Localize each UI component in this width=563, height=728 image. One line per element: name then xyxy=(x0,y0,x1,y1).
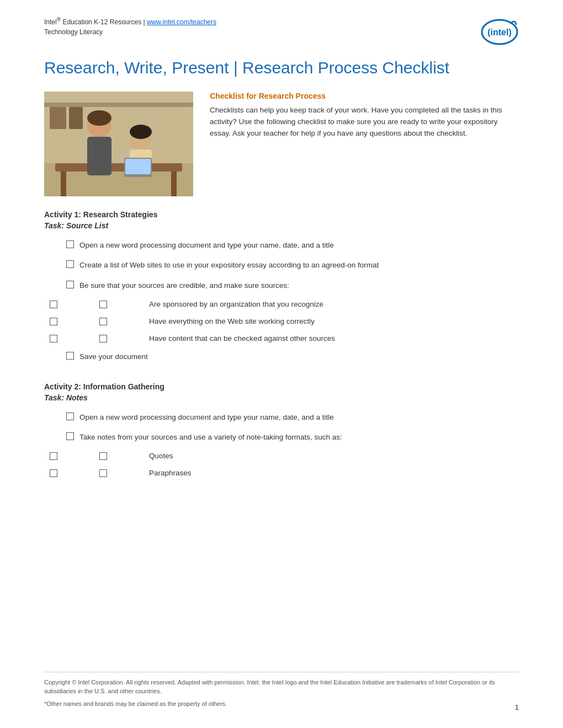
page-number: 1 xyxy=(515,703,519,711)
activity2-checklist: Open a new word processing document and … xyxy=(66,412,519,443)
a1-sub-item-3: Have content that can be checked against… xyxy=(44,334,519,342)
a1-item-text-2: Create a list of Web sites to use in you… xyxy=(79,260,379,271)
a1-sub-text-1: Are sponsored by an organization that yo… xyxy=(149,300,519,308)
a2-sub-item-1: Quotes xyxy=(44,452,519,460)
svg-rect-3 xyxy=(44,92,193,163)
svg-rect-15 xyxy=(125,159,151,174)
footer-disclaimer: *Other names and brands may be claimed a… xyxy=(44,699,519,709)
svg-rect-7 xyxy=(55,163,182,172)
a1-sub-col1-1 xyxy=(44,300,83,308)
footer: Copyright © Intel Corporation. All right… xyxy=(44,672,519,712)
a2-sub-col1-1 xyxy=(44,452,83,460)
activity2-block: Activity 2: Information Gathering Task: … xyxy=(44,382,519,478)
a2-sub-item-2: Paraphrases xyxy=(44,469,519,477)
technology-literacy-label: Technology Literacy xyxy=(44,28,216,36)
a2-checkbox-1[interactable] xyxy=(66,413,74,420)
a1-sub-item-1: Are sponsored by an organization that yo… xyxy=(44,300,519,308)
a1-item-text-1: Open a new word processing document and … xyxy=(79,240,334,251)
a2-checkbox-2[interactable] xyxy=(66,432,74,440)
a2-item-text-1: Open a new word processing document and … xyxy=(79,412,334,423)
a2-sub-col2-1 xyxy=(83,452,149,460)
svg-text:(intel): (intel) xyxy=(487,28,512,37)
a1-sub-col1-2 xyxy=(44,317,83,325)
intro-description: Checklists can help you keep track of yo… xyxy=(210,105,519,140)
a1-save-item: Save your document xyxy=(66,351,519,362)
activity1-heading: Activity 1: Research Strategies xyxy=(44,210,519,219)
svg-rect-6 xyxy=(69,107,83,129)
a1-sub-checkbox-outer-3[interactable] xyxy=(50,335,57,342)
footer-copyright: Copyright © Intel Corporation. All right… xyxy=(44,678,519,696)
a1-sub-checkbox-outer-2[interactable] xyxy=(50,318,57,325)
a2-sub-checkbox-inner-2[interactable] xyxy=(99,469,107,477)
intel-text: Intel xyxy=(44,18,57,26)
a1-item-text-3: Be sure that your sources are credible, … xyxy=(79,280,289,291)
intel-link[interactable]: www.intel.com/teachers xyxy=(147,18,216,26)
registered-mark: ® xyxy=(57,17,61,23)
a1-sub-item-2: Have everything on the Web site working … xyxy=(44,317,519,325)
a1-sub-col2-3 xyxy=(83,334,149,342)
a1-save-checkbox[interactable] xyxy=(66,352,74,360)
footer-divider xyxy=(44,672,519,672)
page: Intel® Education K-12 Resources | www.in… xyxy=(0,0,563,728)
page-title: Research, Write, Present | Research Proc… xyxy=(44,58,519,78)
a1-sub-col2-2 xyxy=(83,317,149,325)
a2-sub-col1-2 xyxy=(44,469,83,477)
activity1-block: Activity 1: Research Strategies Task: So… xyxy=(44,210,519,363)
header-left: Intel® Education K-12 Resources | www.in… xyxy=(44,17,216,36)
svg-rect-5 xyxy=(50,107,66,129)
a1-sub-text-3: Have content that can be checked against… xyxy=(149,334,519,342)
a2-checklist-item-1: Open a new word processing document and … xyxy=(66,412,519,423)
a1-checkbox-3[interactable] xyxy=(66,281,74,288)
header: Intel® Education K-12 Resources | www.in… xyxy=(44,17,519,47)
header-meta: Intel® Education K-12 Resources | www.in… xyxy=(44,17,216,26)
svg-point-17 xyxy=(130,125,152,139)
a1-sub-items: Are sponsored by an organization that yo… xyxy=(44,300,519,342)
a2-sub-text-1: Quotes xyxy=(149,452,519,460)
a2-checklist-item-2: Take notes from your sources and use a v… xyxy=(66,432,519,443)
activity1-task: Task: Source List xyxy=(44,221,519,230)
intro-text: Checklist for Research Process Checklist… xyxy=(210,92,519,196)
activity2-heading: Activity 2: Information Gathering xyxy=(44,382,519,391)
a2-sub-checkbox-outer-2[interactable] xyxy=(50,469,57,477)
svg-point-16 xyxy=(87,110,111,126)
a1-save-text: Save your document xyxy=(79,351,148,362)
a2-sub-items: Quotes Paraphrases xyxy=(44,452,519,477)
activity1-checklist: Open a new word processing document and … xyxy=(66,240,519,291)
intro-image xyxy=(44,92,193,196)
a1-checklist-item-3: Be sure that your sources are credible, … xyxy=(66,280,519,291)
a2-sub-col2-2 xyxy=(83,469,149,477)
a2-sub-checkbox-outer-1[interactable] xyxy=(50,452,57,460)
svg-rect-8 xyxy=(61,172,66,196)
classroom-scene xyxy=(44,92,193,196)
a1-sub-col1-3 xyxy=(44,334,83,342)
svg-rect-9 xyxy=(171,172,177,196)
a1-sub-checkbox-inner-2[interactable] xyxy=(99,318,107,325)
intro-section: Checklist for Research Process Checklist… xyxy=(44,92,519,196)
a1-sub-checkbox-inner-1[interactable] xyxy=(99,301,107,308)
a1-sub-checkbox-outer-1[interactable] xyxy=(50,301,57,308)
a1-checklist-item-2: Create a list of Web sites to use in you… xyxy=(66,260,519,271)
svg-rect-4 xyxy=(44,103,193,107)
a1-checklist-item-1: Open a new word processing document and … xyxy=(66,240,519,251)
header-suffix: Education K-12 Resources | xyxy=(61,18,147,26)
a1-checkbox-2[interactable] xyxy=(66,260,74,268)
checklist-heading: Checklist for Research Process xyxy=(210,92,519,100)
activity2-task: Task: Notes xyxy=(44,393,519,402)
a2-item-text-2: Take notes from your sources and use a v… xyxy=(79,432,342,443)
svg-rect-11 xyxy=(87,137,111,175)
a1-sub-col2-1 xyxy=(83,300,149,308)
a2-sub-text-2: Paraphrases xyxy=(149,469,519,477)
a2-sub-checkbox-inner-1[interactable] xyxy=(99,452,107,460)
a1-sub-text-2: Have everything on the Web site working … xyxy=(149,317,519,325)
a1-sub-checkbox-inner-3[interactable] xyxy=(99,335,107,342)
a1-checkbox-1[interactable] xyxy=(66,240,74,248)
intel-logo: (intel) xyxy=(480,17,519,47)
